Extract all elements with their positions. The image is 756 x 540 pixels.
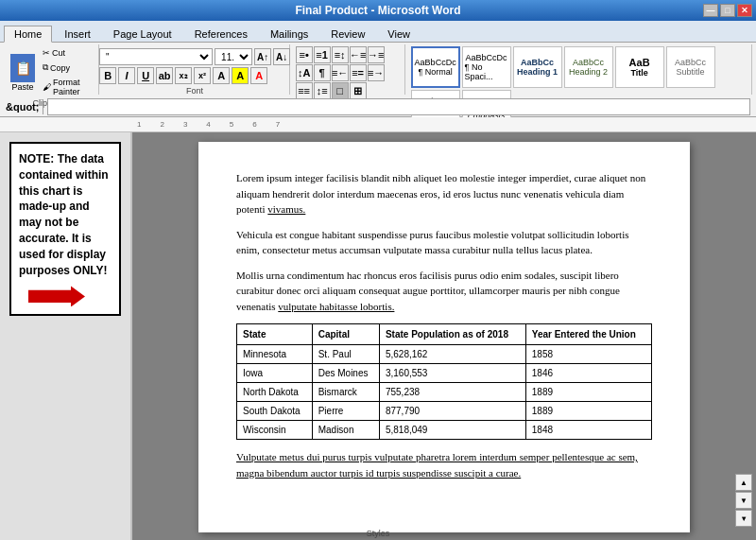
col-capital: Capital: [312, 324, 379, 345]
arrow-container: [19, 286, 112, 306]
font-shrink-button[interactable]: A↓: [273, 48, 290, 65]
copy-button[interactable]: ⧉ Copy: [40, 61, 94, 75]
table-row: Wisconsin Madison 5,818,049 1848: [237, 421, 652, 440]
year-minnesota: 1858: [525, 345, 651, 364]
state-wisconsin: Wisconsin: [237, 421, 313, 440]
text-effects-button[interactable]: A: [213, 67, 230, 84]
cut-icon: ✂: [43, 48, 50, 58]
table-row: Iowa Des Moines 3,160,553 1846: [237, 364, 652, 383]
highlight-button[interactable]: A: [232, 67, 249, 84]
format-painter-icon: 🖌: [43, 82, 51, 92]
styles-scroll-down[interactable]: ▼: [735, 492, 752, 509]
pop-iowa: 3,160,553: [379, 364, 525, 383]
minimize-button[interactable]: —: [703, 4, 718, 17]
line-spacing-button[interactable]: ↕≡: [314, 82, 331, 99]
numbering-button[interactable]: ≡1: [314, 46, 331, 63]
cut-button[interactable]: ✂ Cut: [40, 46, 94, 60]
format-painter-label: Format Painter: [53, 78, 92, 96]
font-size-select[interactable]: 11.5: [215, 48, 252, 65]
paste-label: Paste: [11, 82, 33, 92]
copy-icon: ⧉: [43, 62, 48, 73]
para4-text: Vulputate metus dui purus turpis vulputa…: [236, 451, 638, 479]
font-name-row: " 11.5 A↑ A↓: [99, 48, 290, 65]
style-normal-preview: AaBbCcDc: [415, 58, 456, 67]
ruler-mark-3: 3: [183, 120, 187, 129]
pop-north-dakota: 755,238: [379, 383, 525, 402]
paste-icon: 📋: [10, 54, 35, 82]
tab-insert[interactable]: Insert: [54, 26, 101, 42]
doc-area: Lorem ipsum integer facilisis blandit ni…: [132, 132, 756, 540]
copy-label: Copy: [50, 63, 70, 73]
strikethrough-button[interactable]: ab: [156, 67, 173, 84]
style-heading2-label: Heading 2: [569, 67, 608, 77]
col-population: State Population as of 2018: [379, 324, 525, 345]
font-group: " 11.5 A↑ A↓ B I U ab x₂ x² A A A Font: [101, 44, 290, 95]
tab-page-layout[interactable]: Page Layout: [103, 26, 182, 42]
ruler-mark-2: 2: [160, 120, 163, 129]
sort-button[interactable]: ↕A: [296, 64, 313, 81]
close-button[interactable]: ✕: [737, 4, 752, 17]
style-title[interactable]: AaB Title: [615, 46, 664, 88]
capital-wisconsin: Madison: [312, 421, 379, 440]
title-bar: Final Product - Microsoft Word — □ ✕: [0, 0, 756, 21]
tab-review[interactable]: Review: [320, 26, 375, 42]
paragraph-2: Vehicula est congue habitant suspendisse…: [236, 227, 652, 258]
align-left-button[interactable]: ≡←: [332, 64, 349, 81]
tab-references[interactable]: References: [184, 26, 258, 42]
italic-button[interactable]: I: [118, 67, 135, 84]
font-color-button[interactable]: A: [250, 67, 267, 84]
style-subtitle[interactable]: AaBbCc Subtitle: [666, 46, 715, 88]
justify-button[interactable]: ≡≡: [296, 82, 313, 99]
table-header-row: State Capital State Population as of 201…: [237, 324, 652, 345]
state-iowa: Iowa: [237, 364, 313, 383]
decrease-indent-button[interactable]: ←≡: [350, 46, 367, 63]
align-right-button[interactable]: ≡→: [368, 64, 385, 81]
paragraph-3: Mollis urna condimentum hac rhoncus eros…: [236, 268, 652, 315]
styles-scroll-up[interactable]: ▲: [735, 474, 752, 491]
show-hide-button[interactable]: ¶: [314, 64, 331, 81]
style-no-spacing-preview: AaBbCcDc: [466, 53, 507, 62]
superscript-button[interactable]: x²: [194, 67, 211, 84]
style-heading2[interactable]: AaBbCc Heading 2: [564, 46, 613, 88]
styles-more[interactable]: ▾: [735, 510, 752, 527]
style-heading2-preview: AaBbCc: [573, 58, 604, 67]
paragraph-4: Vulputate metus dui purus turpis vulputa…: [236, 449, 652, 480]
align-center-button[interactable]: ≡=: [350, 64, 367, 81]
tab-mailings[interactable]: Mailings: [260, 26, 318, 42]
tab-home[interactable]: Home: [4, 26, 52, 43]
increase-indent-button[interactable]: →≡: [368, 46, 385, 63]
state-minnesota: Minnesota: [237, 345, 313, 364]
tab-view[interactable]: View: [377, 26, 421, 42]
pop-wisconsin: 5,818,049: [379, 421, 525, 440]
capital-north-dakota: Bismarck: [312, 383, 379, 402]
multilevel-list-button[interactable]: ≡↕: [332, 46, 349, 63]
bullets-button[interactable]: ≡•: [296, 46, 313, 63]
capital-st-paul: St. Paul: [312, 345, 379, 364]
maximize-button[interactable]: □: [720, 4, 735, 17]
paragraph-1: Lorem ipsum integer facilisis blandit ni…: [236, 170, 652, 218]
paste-button[interactable]: 📋 Paste: [8, 51, 38, 95]
window-controls[interactable]: — □ ✕: [703, 4, 752, 17]
app-body: NOTE: The data contained within this cha…: [0, 132, 756, 540]
style-no-spacing[interactable]: AaBbCcDc ¶ No Spaci...: [462, 46, 511, 88]
state-south-dakota: South Dakota: [237, 402, 313, 421]
font-controls: " 11.5 A↑ A↓ B I U ab x₂ x² A A A: [97, 46, 292, 86]
col-state: State: [237, 324, 313, 345]
shading-button[interactable]: □: [332, 82, 349, 99]
font-name-select[interactable]: ": [99, 48, 213, 65]
ruler-mark-4: 4: [206, 120, 210, 129]
font-grow-button[interactable]: A↑: [254, 48, 271, 65]
borders-button[interactable]: ⊞: [350, 82, 367, 99]
year-iowa: 1846: [525, 364, 651, 383]
styles-group-label: Styles: [367, 529, 390, 538]
ruler: 1 2 3 4 5 6 7: [0, 117, 756, 132]
bold-button[interactable]: B: [99, 67, 116, 84]
style-heading1[interactable]: AaBbCc Heading 1: [513, 46, 562, 88]
format-painter-button[interactable]: 🖌 Format Painter: [40, 76, 94, 98]
subscript-button[interactable]: x₂: [175, 67, 192, 84]
capital-iowa: Des Moines: [312, 364, 379, 383]
formula-input[interactable]: [47, 98, 750, 115]
underline-button[interactable]: U: [137, 67, 154, 84]
ribbon-tabs: Home Insert Page Layout References Maili…: [0, 21, 756, 42]
style-normal[interactable]: AaBbCcDc ¶ Normal: [411, 46, 460, 88]
